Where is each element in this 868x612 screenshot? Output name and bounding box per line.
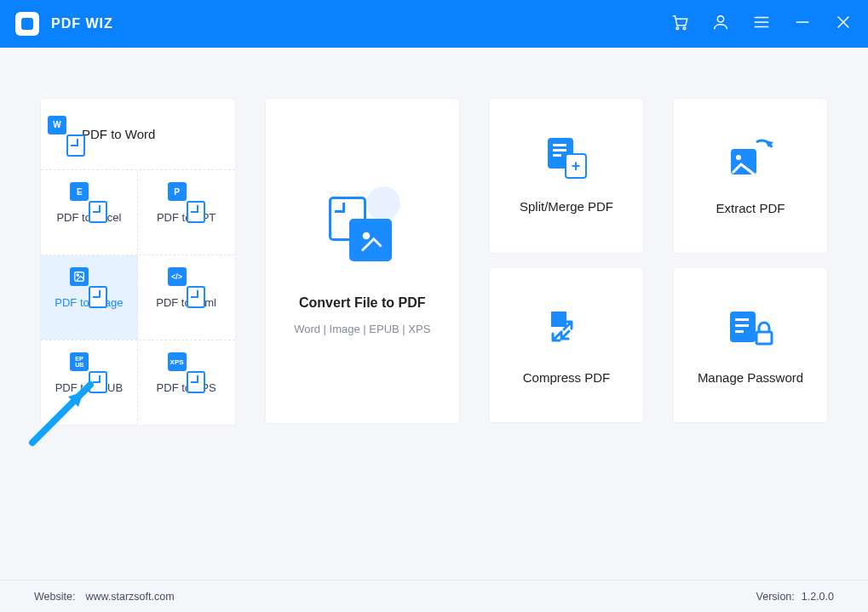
user-icon[interactable] — [711, 13, 730, 35]
card-label: Manage Password — [698, 370, 803, 385]
card-label: Extract PDF — [716, 201, 785, 215]
content-area: PDF to Word PDF to Excel PDF to PPT PDF … — [0, 48, 868, 580]
password-icon — [727, 306, 774, 350]
extract-button[interactable]: Extract PDF — [674, 99, 827, 253]
svg-point-1 — [683, 27, 686, 30]
svg-point-2 — [717, 16, 723, 22]
svg-point-7 — [736, 155, 741, 160]
extract-icon — [726, 137, 775, 180]
card-label: Split/Merge PDF — [520, 199, 613, 214]
pdf-to-xps-button[interactable]: PDF to XPS — [138, 340, 235, 425]
svg-rect-3 — [75, 272, 84, 282]
cart-icon[interactable] — [670, 13, 689, 35]
menu-icon[interactable] — [752, 13, 771, 35]
svg-rect-9 — [735, 318, 749, 321]
version-label: Version: — [756, 591, 795, 603]
compress-button[interactable]: Compress PDF — [490, 268, 643, 422]
convert-title: Convert File to PDF — [299, 295, 425, 311]
pdf-to-excel-button[interactable]: PDF to Excel — [41, 170, 138, 255]
svg-point-0 — [676, 27, 679, 30]
svg-rect-11 — [735, 330, 744, 333]
minimize-icon[interactable] — [793, 13, 812, 35]
convert-to-pdf-button[interactable]: Convert File to PDF Word | Image | EPUB … — [266, 99, 460, 423]
convert-icon — [324, 186, 400, 272]
footer: Website: www.starzsoft.com Version: 1.2.… — [0, 580, 868, 612]
pdf-to-image-button[interactable]: PDF to Image — [41, 255, 138, 340]
app-title: PDF WIZ — [51, 16, 113, 31]
pdf-to-html-button[interactable]: PDF to Html — [138, 255, 235, 340]
convert-subtitle: Word | Image | EPUB | XPS — [294, 323, 430, 335]
svg-rect-10 — [735, 324, 749, 327]
titlebar: PDF WIZ — [0, 0, 868, 48]
svg-point-4 — [77, 274, 78, 276]
svg-rect-12 — [756, 332, 772, 344]
website-link[interactable]: www.starzsoft.com — [85, 591, 174, 603]
pdf-to-card: PDF to Word PDF to Excel PDF to PPT PDF … — [41, 99, 235, 425]
website-label: Website: — [34, 591, 75, 603]
compress-icon — [546, 306, 587, 350]
version-value: 1.2.0.0 — [802, 591, 834, 603]
svg-point-5 — [364, 233, 369, 238]
pdf-to-epub-button[interactable]: PDF to EPUB — [41, 340, 138, 425]
split-merge-button[interactable]: + Split/Merge PDF — [490, 99, 643, 253]
manage-password-button[interactable]: Manage Password — [674, 268, 827, 422]
pdf-to-word-label: PDF to Word — [82, 127, 155, 141]
app-logo — [15, 12, 39, 36]
pdf-to-ppt-button[interactable]: PDF to PPT — [138, 170, 235, 255]
pdf-to-word-button[interactable]: PDF to Word — [41, 99, 235, 170]
close-icon[interactable] — [834, 13, 853, 35]
card-label: Compress PDF — [523, 370, 611, 385]
split-merge-icon: + — [546, 138, 587, 179]
